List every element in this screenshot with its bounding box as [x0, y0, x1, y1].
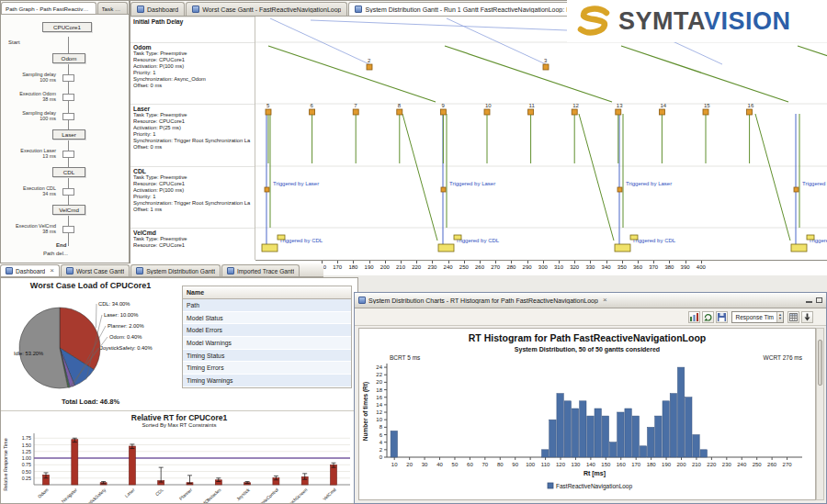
timeline-tick-mark — [590, 261, 591, 263]
svg-text:70: 70 — [481, 462, 488, 467]
table-row-model-status[interactable]: Model Status — [183, 312, 351, 325]
triggered-by-laser-label: Triggered by Laser — [626, 181, 672, 186]
table-row-timing-warnings[interactable]: Timing Warnings — [183, 375, 351, 387]
task-node-velcmd[interactable]: VelCmd — [52, 205, 85, 215]
timeline-tick-label: 360 — [633, 264, 642, 270]
response-time-combo[interactable]: Response Tim▲▼ — [731, 311, 784, 323]
gantt-row-label-odom[interactable]: OdomTask Type: PreemptiveResource: CPUCo… — [130, 42, 255, 91]
task-node-laser[interactable]: Laser — [52, 129, 85, 140]
histogram-bin — [685, 398, 692, 457]
close-icon[interactable]: × — [50, 267, 54, 274]
gantt-row-label-velcmd[interactable]: VelCmdTask Type: PreemptiveResource: CPU… — [130, 228, 255, 250]
timeline-tick-mark — [653, 261, 654, 263]
system-distribution-charts-view: System Distribution Charts - RT Histogra… — [354, 292, 827, 504]
svg-text:16: 16 — [376, 395, 382, 400]
histogram-bin — [549, 420, 556, 457]
rt-histogram-chart[interactable]: RT Histogram for Path FastReactiveNaviga… — [359, 329, 815, 499]
path-step-box[interactable] — [62, 188, 74, 196]
export-icon[interactable] — [801, 311, 813, 323]
gantt-timeline[interactable]: 1601701801902002102202302402502602702802… — [255, 260, 827, 275]
bcrt-label: BCRT 5 ms — [390, 354, 421, 361]
bar-ylabel: Relative Response Time — [3, 438, 8, 490]
load-pie-chart[interactable]: CDL: 34.00%Laser: 10.00%Planner: 2.00%Od… — [1, 291, 180, 398]
path-graph-tab-0[interactable]: Path Graph - Path FastReactiveNav — [1, 2, 96, 14]
table-icon[interactable] — [787, 311, 799, 323]
relative-rt-bar-chart[interactable]: 0.250.500.751.001.251.501.75Relative Res… — [1, 430, 357, 504]
path-step-box[interactable] — [62, 74, 74, 82]
timeline-tick-mark — [464, 261, 465, 263]
gantt-tab-0[interactable]: Dashboard — [130, 2, 185, 16]
task-node-cdl[interactable]: CDL — [52, 167, 85, 177]
activation-marker — [440, 109, 446, 115]
symtavision-logo-text: SYMTAVISION — [618, 7, 791, 36]
histogram-bin — [677, 367, 684, 457]
path-step-box[interactable] — [62, 94, 74, 101]
tab-icon — [136, 267, 143, 274]
table-row-path[interactable]: Path — [183, 299, 351, 312]
histogram-titlebar: System Distribution Charts - RT Histogra… — [355, 293, 826, 308]
histogram-bin — [595, 409, 601, 457]
gantt-tab-1-label: Worst Case Gantt - FastReactiveNavigatio… — [202, 6, 341, 13]
close-icon[interactable]: × — [603, 297, 607, 304]
path-graph-tab-1[interactable]: Task Gra — [97, 2, 128, 14]
gantt-tab-1[interactable]: Worst Case Gantt - FastReactiveNavigatio… — [186, 2, 347, 16]
gantt-tab-0-label: Dashboard — [147, 6, 178, 13]
gantt-tab-2[interactable]: System Distribution Gantt - Run 1 Gantt … — [348, 2, 594, 16]
resource-node-cpucore1[interactable]: CPUCore1 — [42, 22, 92, 32]
timeline-tick-mark — [416, 261, 417, 263]
minimize-icon[interactable] — [806, 301, 812, 303]
histogram-bin — [648, 427, 654, 457]
chart-icon[interactable] — [688, 311, 700, 323]
timeline-tick-label: 380 — [664, 264, 674, 270]
gantt-row-detail: Activation: P(100 ms) — [133, 187, 253, 194]
path-step-annotation: Execution CDL34 ms — [3, 185, 56, 197]
gantt-chart[interactable]: Triggered by LaserTriggered by CDLTrigge… — [255, 17, 827, 260]
gantt-row-detail: Priority: 1 — [133, 194, 253, 200]
combo-spinner-icon[interactable]: ▲▼ — [776, 312, 783, 322]
gantt-row-detail: Synchronization: Trigger Root Synchroniz… — [133, 138, 253, 144]
bar-chart-subtitle: Sorted By Max RT Constraints — [1, 422, 357, 428]
svg-text:10: 10 — [391, 462, 398, 467]
path-step-box[interactable] — [62, 113, 74, 120]
svg-text:20: 20 — [376, 379, 382, 385]
gantt-row-label-cdl[interactable]: CDLTask Type: PreemptiveResource: CPUCor… — [130, 166, 255, 215]
wcrt-label: WCRT 276 ms — [764, 354, 803, 361]
refresh-icon[interactable] — [702, 311, 714, 323]
scrollbar-thumb[interactable] — [818, 340, 822, 386]
activation-marker — [397, 109, 402, 115]
gantt-row-detail: Task Type: Preemptive — [133, 236, 253, 242]
maximize-icon[interactable] — [816, 297, 822, 303]
bar-category-label: VelCmd — [323, 487, 337, 501]
dashboard-tab-1[interactable]: Worst Case Gantt — [61, 264, 130, 276]
table-row-model-warnings[interactable]: Model Warnings — [183, 337, 351, 350]
table-row-timing-status[interactable]: Timing Status — [183, 350, 351, 363]
svg-text:2: 2 — [380, 447, 383, 453]
status-table: Name PathModel StatusModel ErrorsModel W… — [182, 286, 352, 388]
dashboard-tab-0[interactable]: Dashboard× — [0, 264, 60, 276]
gantt-row-label-initial-path-delay[interactable]: Initial Path Delay — [130, 17, 255, 26]
logo-text-symta: SYMTA — [618, 7, 704, 35]
path-graph-canvas[interactable]: CPUCore1StartOdomSampling delay100 msExe… — [1, 15, 129, 263]
dashboard-tab-3[interactable]: Imported Trace Gantt — [221, 264, 300, 276]
svg-text:40: 40 — [436, 462, 443, 467]
pie-chart-title: Worst Case Load of CPUCore1 — [1, 281, 180, 290]
symtavision-logo: SYMTAVISION — [567, 0, 827, 42]
timeline-tick-mark — [495, 261, 496, 263]
path-step-box[interactable] — [62, 151, 74, 158]
save-icon[interactable] — [716, 311, 728, 323]
timeline-tick-mark — [527, 261, 528, 263]
activation-marker — [266, 109, 271, 115]
svg-text:150: 150 — [601, 462, 611, 467]
dashboard-tab-2[interactable]: System Distribution Gantt — [130, 264, 221, 276]
table-row-model-errors[interactable]: Model Errors — [183, 324, 351, 337]
legend-label: FastReactiveNavigationLoop — [556, 483, 632, 490]
path-start-label: Start — [8, 39, 20, 45]
svg-text:1.25: 1.25 — [22, 449, 31, 454]
gantt-row-label-laser[interactable]: LaserTask Type: PreemptiveResource: CPUC… — [130, 104, 255, 152]
table-row-timing-errors[interactable]: Timing Errors — [183, 362, 351, 375]
task-node-odom[interactable]: Odom — [52, 53, 85, 63]
chart-view-icon — [358, 297, 366, 304]
histogram-scrollbar[interactable] — [816, 328, 824, 500]
timeline-tick-label: 270 — [491, 264, 500, 270]
path-step-box[interactable] — [62, 226, 74, 233]
